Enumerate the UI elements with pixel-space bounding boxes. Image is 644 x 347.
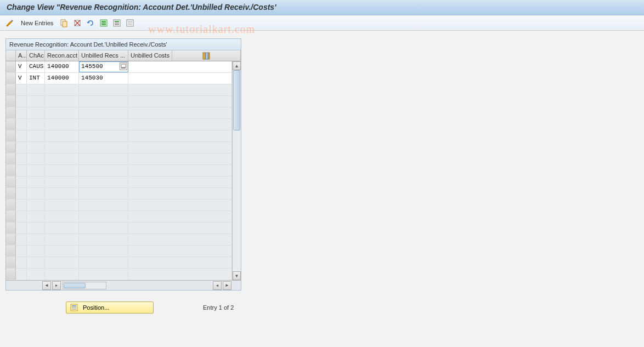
cell-recon[interactable] xyxy=(45,246,79,257)
cell-a[interactable] xyxy=(16,130,27,141)
scroll-left-icon[interactable]: ▸ xyxy=(52,281,61,290)
table-row[interactable] xyxy=(6,188,232,200)
cell-chac[interactable] xyxy=(27,142,45,153)
cell-recon[interactable]: 140000 xyxy=(45,61,79,72)
cell-a[interactable] xyxy=(16,246,27,257)
cell-chac[interactable] xyxy=(27,130,45,141)
cell-recon[interactable] xyxy=(45,269,79,280)
cell-recon[interactable] xyxy=(45,142,79,153)
cell-unbilled-costs[interactable] xyxy=(128,165,232,176)
table-row[interactable]: VINT140000145030 xyxy=(6,73,232,84)
cell-unbilled-recs[interactable] xyxy=(79,211,128,222)
copy-as-icon[interactable] xyxy=(59,18,70,29)
row-selector[interactable] xyxy=(6,211,16,222)
cell-unbilled-recs[interactable] xyxy=(79,153,128,164)
cell-unbilled-recs[interactable] xyxy=(79,84,128,95)
cell-recon[interactable] xyxy=(45,130,79,141)
cell-recon[interactable] xyxy=(45,211,79,222)
scroll-track[interactable] xyxy=(233,70,241,271)
cell-a[interactable] xyxy=(16,200,27,211)
undo-icon[interactable] xyxy=(85,18,96,29)
new-entries-button[interactable]: New Entries xyxy=(18,20,57,26)
cell-a[interactable] xyxy=(16,211,27,222)
scroll-left-first-icon[interactable]: ◄ xyxy=(42,281,51,290)
cell-a[interactable] xyxy=(16,234,27,245)
cell-unbilled-costs[interactable] xyxy=(128,73,232,84)
cell-unbilled-recs[interactable] xyxy=(79,269,128,280)
row-selector[interactable] xyxy=(6,119,16,130)
cell-unbilled-recs[interactable] xyxy=(79,119,128,130)
cell-chac[interactable] xyxy=(27,153,45,164)
cell-unbilled-costs[interactable] xyxy=(128,177,232,187)
scroll-up-icon[interactable]: ▲ xyxy=(233,61,241,70)
cell-chac[interactable] xyxy=(27,200,45,211)
column-header-unbilled-costs[interactable]: Unbilled Costs ... xyxy=(128,50,172,61)
cell-chac[interactable] xyxy=(27,257,45,268)
deselect-all-icon[interactable] xyxy=(125,18,135,29)
cell-recon[interactable] xyxy=(45,153,79,164)
table-row[interactable] xyxy=(6,223,232,234)
cell-a[interactable]: V xyxy=(16,73,27,84)
cell-chac[interactable] xyxy=(27,119,45,130)
cell-unbilled-recs[interactable] xyxy=(79,234,128,245)
cell-a[interactable] xyxy=(16,107,27,118)
cell-unbilled-costs[interactable] xyxy=(128,188,232,199)
cell-recon[interactable] xyxy=(45,96,79,107)
cell-chac[interactable] xyxy=(27,234,45,245)
row-selector[interactable] xyxy=(6,73,16,84)
cell-chac[interactable] xyxy=(27,246,45,257)
table-row[interactable] xyxy=(6,165,232,177)
cell-unbilled-recs[interactable] xyxy=(79,246,128,257)
column-selector[interactable] xyxy=(6,50,16,61)
table-row[interactable] xyxy=(6,107,232,119)
cell-unbilled-costs[interactable] xyxy=(128,223,232,234)
column-header-a[interactable]: A... xyxy=(16,50,27,61)
row-selector[interactable] xyxy=(6,269,16,280)
cell-recon[interactable] xyxy=(45,200,79,211)
column-config-icon[interactable] xyxy=(172,50,241,61)
cell-unbilled-recs[interactable] xyxy=(79,107,128,118)
row-selector[interactable] xyxy=(6,257,16,268)
cell-unbilled-recs[interactable] xyxy=(79,177,128,187)
cell-chac[interactable] xyxy=(27,107,45,118)
cell-unbilled-costs[interactable] xyxy=(128,130,232,141)
cell-chac[interactable] xyxy=(27,165,45,176)
cell-chac[interactable] xyxy=(27,177,45,187)
cell-a[interactable] xyxy=(16,177,27,187)
row-selector[interactable] xyxy=(6,96,16,107)
cell-recon[interactable] xyxy=(45,107,79,118)
cell-a[interactable] xyxy=(16,153,27,164)
table-row[interactable] xyxy=(6,142,232,153)
cell-a[interactable] xyxy=(16,269,27,280)
cell-unbilled-recs[interactable] xyxy=(79,96,128,107)
cell-chac[interactable]: INT xyxy=(27,73,45,84)
cell-unbilled-costs[interactable] xyxy=(128,246,232,257)
value-help-icon[interactable] xyxy=(120,62,127,70)
table-row[interactable] xyxy=(6,211,232,223)
cell-recon[interactable] xyxy=(45,223,79,234)
horizontal-scrollbar[interactable]: ◄ ▸ ◂ ► xyxy=(6,280,241,290)
cell-a[interactable]: V xyxy=(16,61,27,72)
cell-chac[interactable] xyxy=(27,96,45,107)
row-selector[interactable] xyxy=(6,177,16,187)
cell-a[interactable] xyxy=(16,188,27,199)
row-selector[interactable] xyxy=(6,223,16,234)
cell-a[interactable] xyxy=(16,84,27,95)
table-row[interactable] xyxy=(6,200,232,211)
cell-a[interactable] xyxy=(16,165,27,176)
table-row[interactable] xyxy=(6,96,232,107)
cell-recon[interactable] xyxy=(45,84,79,95)
row-selector[interactable] xyxy=(6,61,16,72)
delete-icon[interactable] xyxy=(72,18,83,29)
row-selector[interactable] xyxy=(6,200,16,211)
cell-chac[interactable] xyxy=(27,84,45,95)
table-row[interactable] xyxy=(6,234,232,246)
row-selector[interactable] xyxy=(6,84,16,95)
cell-unbilled-costs[interactable] xyxy=(128,200,232,211)
hscroll-thumb[interactable] xyxy=(64,283,86,288)
cell-recon[interactable] xyxy=(45,177,79,187)
vertical-scrollbar[interactable]: ▲ ▼ xyxy=(232,61,241,280)
cell-chac[interactable] xyxy=(27,269,45,280)
table-row[interactable] xyxy=(6,246,232,257)
row-selector[interactable] xyxy=(6,107,16,118)
